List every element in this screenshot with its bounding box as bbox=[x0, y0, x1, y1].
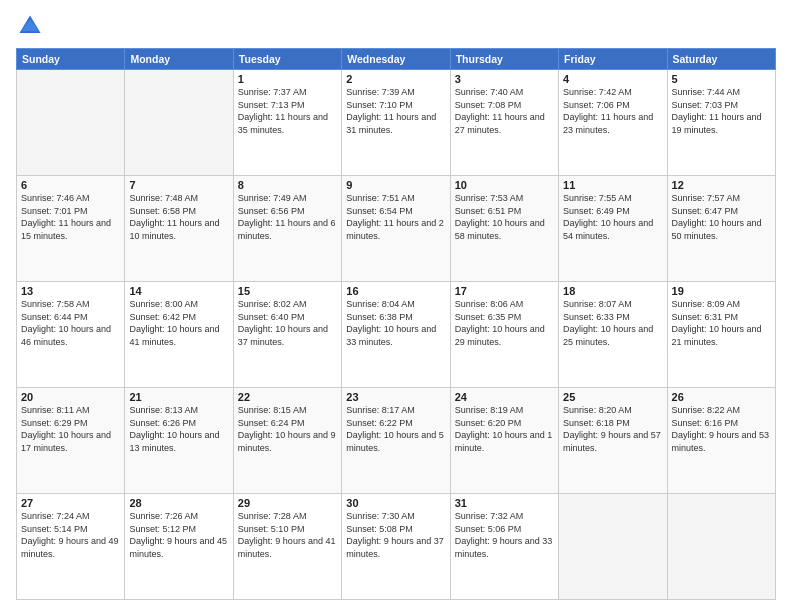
calendar-table: SundayMondayTuesdayWednesdayThursdayFrid… bbox=[16, 48, 776, 600]
day-number: 8 bbox=[238, 179, 337, 191]
day-info: Sunrise: 7:44 AM Sunset: 7:03 PM Dayligh… bbox=[672, 86, 771, 136]
day-number: 12 bbox=[672, 179, 771, 191]
day-number: 3 bbox=[455, 73, 554, 85]
day-number: 24 bbox=[455, 391, 554, 403]
weekday-thursday: Thursday bbox=[450, 49, 558, 70]
day-info: Sunrise: 7:46 AM Sunset: 7:01 PM Dayligh… bbox=[21, 192, 120, 242]
svg-marker-1 bbox=[21, 19, 39, 31]
day-info: Sunrise: 7:42 AM Sunset: 7:06 PM Dayligh… bbox=[563, 86, 662, 136]
week-row-2: 6Sunrise: 7:46 AM Sunset: 7:01 PM Daylig… bbox=[17, 176, 776, 282]
day-cell-30: 30Sunrise: 7:30 AM Sunset: 5:08 PM Dayli… bbox=[342, 494, 450, 600]
day-number: 13 bbox=[21, 285, 120, 297]
day-info: Sunrise: 7:48 AM Sunset: 6:58 PM Dayligh… bbox=[129, 192, 228, 242]
day-cell-2: 2Sunrise: 7:39 AM Sunset: 7:10 PM Daylig… bbox=[342, 70, 450, 176]
day-number: 14 bbox=[129, 285, 228, 297]
day-number: 15 bbox=[238, 285, 337, 297]
day-cell-11: 11Sunrise: 7:55 AM Sunset: 6:49 PM Dayli… bbox=[559, 176, 667, 282]
day-info: Sunrise: 8:20 AM Sunset: 6:18 PM Dayligh… bbox=[563, 404, 662, 454]
day-info: Sunrise: 7:49 AM Sunset: 6:56 PM Dayligh… bbox=[238, 192, 337, 242]
day-cell-20: 20Sunrise: 8:11 AM Sunset: 6:29 PM Dayli… bbox=[17, 388, 125, 494]
day-cell-12: 12Sunrise: 7:57 AM Sunset: 6:47 PM Dayli… bbox=[667, 176, 775, 282]
day-cell-22: 22Sunrise: 8:15 AM Sunset: 6:24 PM Dayli… bbox=[233, 388, 341, 494]
empty-cell bbox=[667, 494, 775, 600]
day-info: Sunrise: 8:11 AM Sunset: 6:29 PM Dayligh… bbox=[21, 404, 120, 454]
week-row-3: 13Sunrise: 7:58 AM Sunset: 6:44 PM Dayli… bbox=[17, 282, 776, 388]
day-number: 9 bbox=[346, 179, 445, 191]
weekday-header-row: SundayMondayTuesdayWednesdayThursdayFrid… bbox=[17, 49, 776, 70]
day-number: 22 bbox=[238, 391, 337, 403]
day-cell-23: 23Sunrise: 8:17 AM Sunset: 6:22 PM Dayli… bbox=[342, 388, 450, 494]
logo bbox=[16, 12, 48, 40]
week-row-1: 1Sunrise: 7:37 AM Sunset: 7:13 PM Daylig… bbox=[17, 70, 776, 176]
weekday-tuesday: Tuesday bbox=[233, 49, 341, 70]
day-number: 6 bbox=[21, 179, 120, 191]
day-number: 29 bbox=[238, 497, 337, 509]
day-cell-4: 4Sunrise: 7:42 AM Sunset: 7:06 PM Daylig… bbox=[559, 70, 667, 176]
empty-cell bbox=[17, 70, 125, 176]
day-cell-10: 10Sunrise: 7:53 AM Sunset: 6:51 PM Dayli… bbox=[450, 176, 558, 282]
day-number: 21 bbox=[129, 391, 228, 403]
day-info: Sunrise: 8:04 AM Sunset: 6:38 PM Dayligh… bbox=[346, 298, 445, 348]
day-cell-6: 6Sunrise: 7:46 AM Sunset: 7:01 PM Daylig… bbox=[17, 176, 125, 282]
weekday-saturday: Saturday bbox=[667, 49, 775, 70]
day-cell-28: 28Sunrise: 7:26 AM Sunset: 5:12 PM Dayli… bbox=[125, 494, 233, 600]
day-info: Sunrise: 8:02 AM Sunset: 6:40 PM Dayligh… bbox=[238, 298, 337, 348]
day-info: Sunrise: 8:00 AM Sunset: 6:42 PM Dayligh… bbox=[129, 298, 228, 348]
day-info: Sunrise: 7:51 AM Sunset: 6:54 PM Dayligh… bbox=[346, 192, 445, 242]
day-info: Sunrise: 7:53 AM Sunset: 6:51 PM Dayligh… bbox=[455, 192, 554, 242]
day-cell-15: 15Sunrise: 8:02 AM Sunset: 6:40 PM Dayli… bbox=[233, 282, 341, 388]
day-cell-27: 27Sunrise: 7:24 AM Sunset: 5:14 PM Dayli… bbox=[17, 494, 125, 600]
day-number: 17 bbox=[455, 285, 554, 297]
day-info: Sunrise: 7:30 AM Sunset: 5:08 PM Dayligh… bbox=[346, 510, 445, 560]
day-number: 7 bbox=[129, 179, 228, 191]
day-number: 26 bbox=[672, 391, 771, 403]
day-info: Sunrise: 8:07 AM Sunset: 6:33 PM Dayligh… bbox=[563, 298, 662, 348]
day-cell-18: 18Sunrise: 8:07 AM Sunset: 6:33 PM Dayli… bbox=[559, 282, 667, 388]
day-cell-17: 17Sunrise: 8:06 AM Sunset: 6:35 PM Dayli… bbox=[450, 282, 558, 388]
day-number: 1 bbox=[238, 73, 337, 85]
day-cell-16: 16Sunrise: 8:04 AM Sunset: 6:38 PM Dayli… bbox=[342, 282, 450, 388]
day-number: 4 bbox=[563, 73, 662, 85]
day-number: 11 bbox=[563, 179, 662, 191]
day-info: Sunrise: 8:06 AM Sunset: 6:35 PM Dayligh… bbox=[455, 298, 554, 348]
weekday-sunday: Sunday bbox=[17, 49, 125, 70]
day-info: Sunrise: 7:55 AM Sunset: 6:49 PM Dayligh… bbox=[563, 192, 662, 242]
weekday-monday: Monday bbox=[125, 49, 233, 70]
day-number: 30 bbox=[346, 497, 445, 509]
day-number: 10 bbox=[455, 179, 554, 191]
day-info: Sunrise: 7:57 AM Sunset: 6:47 PM Dayligh… bbox=[672, 192, 771, 242]
day-info: Sunrise: 8:22 AM Sunset: 6:16 PM Dayligh… bbox=[672, 404, 771, 454]
week-row-5: 27Sunrise: 7:24 AM Sunset: 5:14 PM Dayli… bbox=[17, 494, 776, 600]
day-info: Sunrise: 7:26 AM Sunset: 5:12 PM Dayligh… bbox=[129, 510, 228, 560]
day-cell-31: 31Sunrise: 7:32 AM Sunset: 5:06 PM Dayli… bbox=[450, 494, 558, 600]
day-cell-13: 13Sunrise: 7:58 AM Sunset: 6:44 PM Dayli… bbox=[17, 282, 125, 388]
day-number: 27 bbox=[21, 497, 120, 509]
day-cell-9: 9Sunrise: 7:51 AM Sunset: 6:54 PM Daylig… bbox=[342, 176, 450, 282]
day-number: 28 bbox=[129, 497, 228, 509]
day-info: Sunrise: 7:40 AM Sunset: 7:08 PM Dayligh… bbox=[455, 86, 554, 136]
day-cell-19: 19Sunrise: 8:09 AM Sunset: 6:31 PM Dayli… bbox=[667, 282, 775, 388]
day-cell-24: 24Sunrise: 8:19 AM Sunset: 6:20 PM Dayli… bbox=[450, 388, 558, 494]
weekday-friday: Friday bbox=[559, 49, 667, 70]
header bbox=[16, 12, 776, 40]
day-number: 18 bbox=[563, 285, 662, 297]
day-number: 25 bbox=[563, 391, 662, 403]
day-info: Sunrise: 8:19 AM Sunset: 6:20 PM Dayligh… bbox=[455, 404, 554, 454]
weekday-wednesday: Wednesday bbox=[342, 49, 450, 70]
day-cell-7: 7Sunrise: 7:48 AM Sunset: 6:58 PM Daylig… bbox=[125, 176, 233, 282]
day-info: Sunrise: 7:39 AM Sunset: 7:10 PM Dayligh… bbox=[346, 86, 445, 136]
day-info: Sunrise: 7:32 AM Sunset: 5:06 PM Dayligh… bbox=[455, 510, 554, 560]
day-number: 31 bbox=[455, 497, 554, 509]
day-cell-26: 26Sunrise: 8:22 AM Sunset: 6:16 PM Dayli… bbox=[667, 388, 775, 494]
day-info: Sunrise: 8:15 AM Sunset: 6:24 PM Dayligh… bbox=[238, 404, 337, 454]
day-cell-1: 1Sunrise: 7:37 AM Sunset: 7:13 PM Daylig… bbox=[233, 70, 341, 176]
day-cell-29: 29Sunrise: 7:28 AM Sunset: 5:10 PM Dayli… bbox=[233, 494, 341, 600]
logo-icon bbox=[16, 12, 44, 40]
day-number: 2 bbox=[346, 73, 445, 85]
day-number: 23 bbox=[346, 391, 445, 403]
day-info: Sunrise: 7:58 AM Sunset: 6:44 PM Dayligh… bbox=[21, 298, 120, 348]
day-number: 19 bbox=[672, 285, 771, 297]
day-number: 5 bbox=[672, 73, 771, 85]
week-row-4: 20Sunrise: 8:11 AM Sunset: 6:29 PM Dayli… bbox=[17, 388, 776, 494]
day-info: Sunrise: 7:37 AM Sunset: 7:13 PM Dayligh… bbox=[238, 86, 337, 136]
